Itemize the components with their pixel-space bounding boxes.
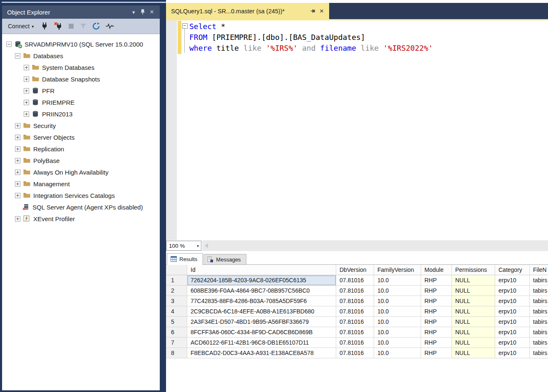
column-header[interactable]: Module [421, 265, 452, 275]
expand-plus-icon[interactable] [24, 100, 29, 105]
grid-cell-category[interactable]: erpv10 [495, 348, 530, 358]
grid-cell-file_name[interactable]: tabirs [530, 275, 548, 286]
tree-item[interactable]: Integration Services Catalogs [2, 190, 160, 201]
connect-button[interactable]: Connect ▾ [5, 20, 37, 32]
refresh-icon[interactable] [90, 20, 102, 32]
grid-cell-file_name[interactable]: tabirs [530, 327, 548, 338]
grid-cell-id[interactable]: F8EBCAD2-D0C3-4AA3-A931-E138ACE8A578 [187, 348, 336, 358]
close-icon[interactable]: × [147, 7, 156, 17]
grid-cell-family_version[interactable]: 10.0 [374, 338, 421, 348]
pin-icon[interactable] [138, 7, 147, 17]
expand-plus-icon[interactable] [15, 181, 20, 187]
grid-cell-family_version[interactable]: 10.0 [374, 286, 421, 296]
grid-cell-permissions[interactable]: NULL [452, 275, 495, 286]
query-tab[interactable]: SQLQuery1.sql - SR...0.master (sa (245))… [166, 3, 329, 19]
row-number[interactable]: 5 [166, 317, 187, 327]
grid-cell-family_version[interactable]: 10.0 [374, 275, 421, 286]
tree-item[interactable]: Security [2, 120, 160, 131]
code-fold-icon[interactable] [182, 23, 188, 29]
grid-cell-db_version[interactable]: 07.81016 [336, 348, 374, 358]
column-header[interactable]: FileN [530, 265, 548, 275]
grid-cell-module[interactable]: RHP [421, 338, 452, 348]
tree-item[interactable]: Server Objects [2, 131, 160, 143]
window-position-icon[interactable]: ▾ [129, 7, 138, 17]
grid-cell-family_version[interactable]: 10.0 [374, 306, 421, 317]
column-header[interactable]: Id [187, 265, 336, 275]
grid-corner[interactable] [166, 265, 187, 275]
stop-icon[interactable] [66, 20, 76, 32]
expand-plus-icon[interactable] [15, 146, 20, 152]
grid-cell-module[interactable]: RHP [421, 306, 452, 317]
grid-cell-id[interactable]: 608BE396-F0AA-4864-9BC7-08B957C56BC0 [187, 286, 336, 296]
tree-item[interactable]: PRIEMPRE [2, 96, 160, 108]
tree-item[interactable]: XEvent Profiler [2, 213, 160, 224]
grid-cell-module[interactable]: RHP [421, 327, 452, 338]
grid-cell-category[interactable]: erpv10 [495, 317, 530, 327]
row-number[interactable]: 2 [166, 286, 187, 296]
grid-cell-family_version[interactable]: 10.0 [374, 317, 421, 327]
tab-close-icon[interactable]: × [317, 7, 326, 15]
grid-cell-file_name[interactable]: tabirs [530, 286, 548, 296]
grid-cell-permissions[interactable]: NULL [452, 327, 495, 338]
filter-icon[interactable] [78, 20, 89, 32]
column-header[interactable]: Category [495, 265, 530, 275]
grid-cell-file_name[interactable]: tabirs [530, 317, 548, 327]
expand-plus-icon[interactable] [15, 193, 20, 198]
tree-item[interactable]: SQL Server Agent (Agent XPs disabled) [2, 201, 160, 213]
collapse-minus-icon[interactable] [6, 42, 12, 47]
grid-cell-id[interactable]: 77C42835-88F8-4286-B03A-7085A5DF59F6 [187, 296, 336, 306]
grid-cell-id[interactable]: 8FCFF3A6-060C-4334-8F9D-CAD6CB6D869B [187, 327, 336, 338]
expand-plus-icon[interactable] [24, 65, 29, 70]
grid-cell-id[interactable]: 2A3F34E1-D507-4BD1-9B95-A56FBF336679 [187, 317, 336, 327]
grid-cell-family_version[interactable]: 10.0 [374, 327, 421, 338]
row-number[interactable]: 4 [166, 306, 187, 317]
grid-cell-db_version[interactable]: 07.81016 [336, 286, 374, 296]
tree-item[interactable]: Management [2, 178, 160, 190]
expand-plus-icon[interactable] [15, 158, 20, 163]
grid-cell-module[interactable]: RHP [421, 286, 452, 296]
grid-cell-file_name[interactable]: tabirs [530, 348, 548, 358]
grid-cell-family_version[interactable]: 10.0 [374, 348, 421, 358]
grid-cell-permissions[interactable]: NULL [452, 317, 495, 327]
collapse-minus-icon[interactable] [15, 53, 20, 59]
grid-cell-family_version[interactable]: 10.0 [374, 296, 421, 306]
column-header[interactable]: DbVersion [336, 265, 374, 275]
activity-monitor-icon[interactable] [104, 20, 116, 32]
column-header[interactable]: FamilyVersion [374, 265, 421, 275]
grid-cell-id[interactable]: 2C9CBCDA-6C18-4EFE-A0B8-A1E613FBD680 [187, 306, 336, 317]
grid-cell-category[interactable]: erpv10 [495, 296, 530, 306]
grid-cell-module[interactable]: RHP [421, 296, 452, 306]
grid-cell-db_version[interactable]: 07.81016 [336, 275, 374, 286]
tab-results[interactable]: Results [167, 253, 203, 265]
grid-cell-module[interactable]: RHP [421, 348, 452, 358]
grid-cell-db_version[interactable]: 07.81016 [336, 338, 374, 348]
expand-plus-icon[interactable] [24, 76, 29, 82]
sql-code[interactable]: Select *FROM [PRIEMPRE].[dbo].[BAS_DataU… [189, 21, 433, 54]
zoom-dropdown[interactable]: 100 % ▾ [166, 241, 201, 251]
disconnect-icon[interactable] [52, 20, 64, 32]
grid-cell-db_version[interactable]: 07.81016 [336, 306, 374, 317]
tree-item[interactable]: SRVADM\PRMV10 (SQL Server 15.0.2000 [2, 38, 160, 50]
grid-cell-db_version[interactable]: 07.81016 [336, 327, 374, 338]
grid-cell-permissions[interactable]: NULL [452, 296, 495, 306]
tree-item[interactable]: Replication [2, 143, 160, 155]
sql-editor[interactable]: Select *FROM [PRIEMPRE].[dbo].[BAS_DataU… [166, 20, 548, 240]
grid-cell-category[interactable]: erpv10 [495, 338, 530, 348]
tab-pin-icon[interactable] [309, 7, 317, 15]
tree-item[interactable]: Database Snapshots [2, 73, 160, 85]
expand-plus-icon[interactable] [15, 170, 20, 175]
row-number[interactable]: 8 [166, 348, 187, 358]
grid-cell-module[interactable]: RHP [421, 317, 452, 327]
connect-object-icon[interactable] [39, 20, 50, 32]
row-number[interactable]: 3 [166, 296, 187, 306]
grid-cell-db_version[interactable]: 07.81016 [336, 317, 374, 327]
grid-cell-permissions[interactable]: NULL [452, 338, 495, 348]
editor-hscrollbar[interactable] [202, 240, 548, 251]
row-number[interactable]: 7 [166, 338, 187, 348]
tree-item[interactable]: Databases [2, 50, 160, 62]
grid-cell-permissions[interactable]: NULL [452, 286, 495, 296]
tree-item[interactable]: PFR [2, 85, 160, 96]
grid-cell-id[interactable]: 72624204-185B-4203-9AC8-026EF05C6135 [187, 275, 336, 286]
scroll-left-icon[interactable] [205, 243, 208, 248]
expand-plus-icon[interactable] [24, 111, 29, 117]
